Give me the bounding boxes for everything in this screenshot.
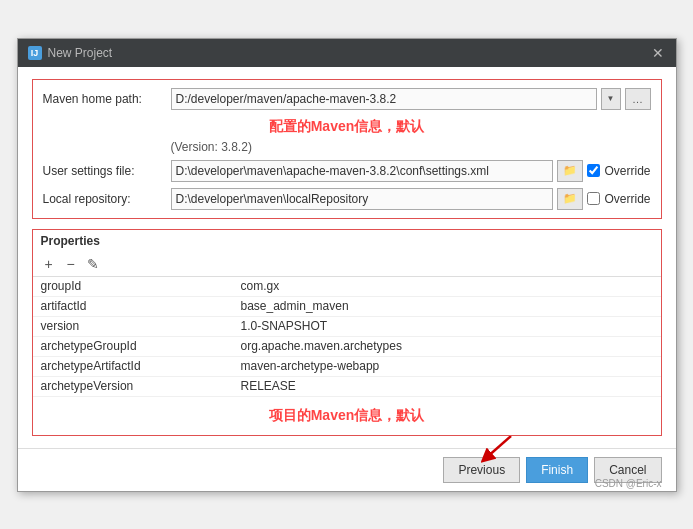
maven-home-label: Maven home path:: [43, 92, 163, 106]
user-settings-input-container: 📁 Override: [171, 160, 651, 182]
local-repo-override-checkbox[interactable]: [587, 192, 600, 205]
prop-key: groupId: [33, 277, 233, 296]
user-settings-override-container: Override: [587, 164, 650, 178]
local-repo-row: Local repository: 📁 Override: [43, 188, 651, 210]
prop-key: archetypeVersion: [33, 377, 233, 396]
maven-config-section: Maven home path: ▼ … 配置的Maven信息，默认 (Vers…: [32, 79, 662, 219]
prop-value: RELEASE: [233, 377, 304, 396]
prop-value: maven-archetype-webapp: [233, 357, 388, 376]
local-repo-browse-btn[interactable]: 📁: [557, 188, 583, 210]
table-row[interactable]: artifactId base_admin_maven: [33, 297, 661, 317]
prop-value: 1.0-SNAPSHOT: [233, 317, 336, 336]
remove-property-button[interactable]: −: [61, 254, 81, 274]
local-repo-override-container: Override: [587, 192, 650, 206]
maven-home-input[interactable]: [171, 88, 597, 110]
maven-config-annotation: 配置的Maven信息，默认: [43, 116, 651, 140]
local-repo-input-container: 📁 Override: [171, 188, 651, 210]
maven-home-combo-btn[interactable]: ▼: [601, 88, 621, 110]
table-row[interactable]: version 1.0-SNAPSHOT: [33, 317, 661, 337]
maven-home-browse-btn[interactable]: …: [625, 88, 651, 110]
user-settings-row: User settings file: 📁 Override: [43, 160, 651, 182]
user-settings-override-label: Override: [604, 164, 650, 178]
title-bar-left: IJ New Project: [28, 46, 113, 60]
app-icon: IJ: [28, 46, 42, 60]
svg-line-1: [486, 436, 511, 458]
new-project-dialog: IJ New Project ✕ Maven home path: ▼ … 配置…: [17, 38, 677, 492]
dialog-title: New Project: [48, 46, 113, 60]
table-row[interactable]: archetypeVersion RELEASE: [33, 377, 661, 397]
table-row[interactable]: archetypeArtifactId maven-archetype-weba…: [33, 357, 661, 377]
dialog-body: Maven home path: ▼ … 配置的Maven信息，默认 (Vers…: [18, 67, 676, 448]
dialog-footer: Previous Finish Cancel CSDN @Eric-x: [18, 448, 676, 491]
properties-annotation: 项目的Maven信息，默认: [33, 397, 661, 435]
finish-button[interactable]: Finish: [526, 457, 588, 483]
edit-property-button[interactable]: ✎: [83, 254, 103, 274]
close-button[interactable]: ✕: [650, 45, 666, 61]
table-row[interactable]: groupId com.gx: [33, 277, 661, 297]
user-settings-label: User settings file:: [43, 164, 163, 178]
maven-home-input-container: ▼ …: [171, 88, 651, 110]
version-row: (Version: 3.8.2): [43, 140, 651, 154]
prop-value: com.gx: [233, 277, 288, 296]
prop-key: artifactId: [33, 297, 233, 316]
table-row[interactable]: archetypeGroupId org.apache.maven.archet…: [33, 337, 661, 357]
add-property-button[interactable]: +: [39, 254, 59, 274]
user-settings-override-checkbox[interactable]: [587, 164, 600, 177]
local-repo-label: Local repository:: [43, 192, 163, 206]
properties-table: groupId com.gx artifactId base_admin_mav…: [33, 277, 661, 397]
watermark: CSDN @Eric-x: [595, 478, 662, 489]
prop-key: version: [33, 317, 233, 336]
title-bar: IJ New Project ✕: [18, 39, 676, 67]
properties-section: Properties + − ✎ groupId com.gx artifact…: [32, 229, 662, 436]
maven-home-row: Maven home path: ▼ …: [43, 88, 651, 110]
version-text: (Version: 3.8.2): [171, 140, 252, 154]
user-settings-browse-btn[interactable]: 📁: [557, 160, 583, 182]
prop-value: base_admin_maven: [233, 297, 357, 316]
properties-label: Properties: [33, 230, 661, 250]
local-repo-input[interactable]: [171, 188, 554, 210]
prop-key: archetypeArtifactId: [33, 357, 233, 376]
arrow-indicator: [481, 436, 521, 469]
prop-value: org.apache.maven.archetypes: [233, 337, 410, 356]
user-settings-input[interactable]: [171, 160, 554, 182]
prop-key: archetypeGroupId: [33, 337, 233, 356]
properties-toolbar: + − ✎: [33, 252, 661, 277]
local-repo-override-label: Override: [604, 192, 650, 206]
